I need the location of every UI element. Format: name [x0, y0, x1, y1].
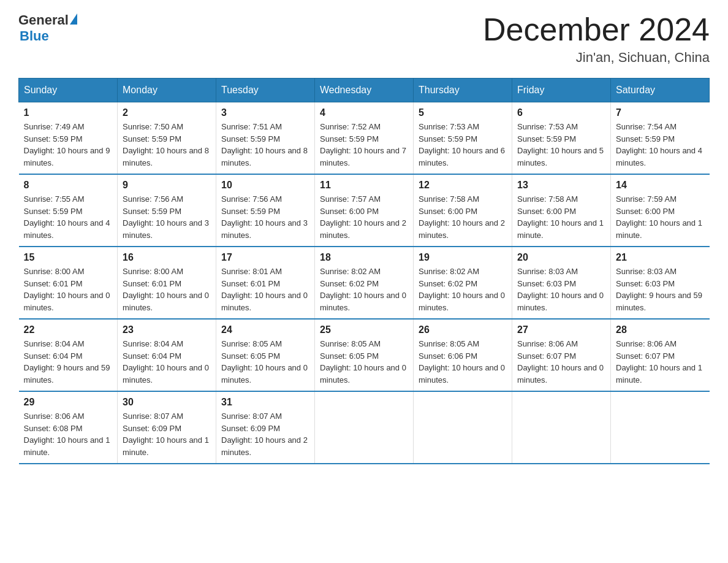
- day-number: 30: [123, 397, 211, 408]
- day-info: Sunrise: 8:03 AMSunset: 6:03 PMDaylight:…: [517, 267, 604, 312]
- calendar-cell: 15 Sunrise: 8:00 AMSunset: 6:01 PMDaylig…: [19, 247, 118, 319]
- calendar-cell: 17 Sunrise: 8:01 AMSunset: 6:01 PMDaylig…: [216, 247, 315, 319]
- calendar-header-row: SundayMondayTuesdayWednesdayThursdayFrid…: [19, 79, 710, 102]
- day-info: Sunrise: 8:07 AMSunset: 6:09 PMDaylight:…: [123, 412, 209, 457]
- calendar-week-row: 29 Sunrise: 8:06 AMSunset: 6:08 PMDaylig…: [19, 391, 710, 464]
- day-number: 31: [221, 397, 309, 408]
- calendar-cell: 5 Sunrise: 7:53 AMSunset: 5:59 PMDayligh…: [414, 102, 512, 175]
- day-number: 5: [419, 107, 507, 118]
- calendar-cell: 6 Sunrise: 7:53 AMSunset: 5:59 PMDayligh…: [512, 102, 611, 175]
- day-info: Sunrise: 7:58 AMSunset: 6:00 PMDaylight:…: [419, 194, 505, 240]
- calendar-cell: 26 Sunrise: 8:05 AMSunset: 6:06 PMDaylig…: [414, 319, 512, 391]
- day-number: 20: [517, 252, 605, 263]
- calendar-cell: 31 Sunrise: 8:07 AMSunset: 6:09 PMDaylig…: [216, 391, 315, 464]
- day-info: Sunrise: 8:00 AMSunset: 6:01 PMDaylight:…: [24, 267, 110, 312]
- day-number: 1: [24, 107, 113, 118]
- logo-triangle-icon: [70, 13, 77, 25]
- day-info: Sunrise: 8:05 AMSunset: 6:06 PMDaylight:…: [419, 339, 505, 385]
- day-info: Sunrise: 7:52 AMSunset: 5:59 PMDaylight:…: [320, 122, 406, 167]
- calendar-cell: 29 Sunrise: 8:06 AMSunset: 6:08 PMDaylig…: [19, 391, 118, 464]
- day-info: Sunrise: 7:50 AMSunset: 5:59 PMDaylight:…: [123, 122, 209, 167]
- header-monday: Monday: [118, 79, 216, 102]
- day-number: 23: [123, 324, 211, 335]
- calendar-cell: 21 Sunrise: 8:03 AMSunset: 6:03 PMDaylig…: [611, 247, 710, 319]
- day-info: Sunrise: 7:57 AMSunset: 6:00 PMDaylight:…: [320, 194, 406, 240]
- header-wednesday: Wednesday: [315, 79, 414, 102]
- calendar-cell: 24 Sunrise: 8:05 AMSunset: 6:05 PMDaylig…: [216, 319, 315, 391]
- day-info: Sunrise: 8:06 AMSunset: 6:07 PMDaylight:…: [616, 339, 702, 385]
- day-info: Sunrise: 7:55 AMSunset: 5:59 PMDaylight:…: [24, 194, 110, 240]
- calendar-cell: [315, 391, 414, 464]
- day-info: Sunrise: 8:03 AMSunset: 6:03 PMDaylight:…: [616, 267, 702, 312]
- day-number: 12: [419, 180, 507, 191]
- day-info: Sunrise: 8:04 AMSunset: 6:04 PMDaylight:…: [123, 339, 209, 385]
- header-sunday: Sunday: [19, 79, 118, 102]
- calendar-week-row: 22 Sunrise: 8:04 AMSunset: 6:04 PMDaylig…: [19, 319, 710, 391]
- calendar-cell: 1 Sunrise: 7:49 AMSunset: 5:59 PMDayligh…: [19, 102, 118, 175]
- calendar-cell: 18 Sunrise: 8:02 AMSunset: 6:02 PMDaylig…: [315, 247, 414, 319]
- day-info: Sunrise: 8:02 AMSunset: 6:02 PMDaylight:…: [320, 267, 406, 312]
- calendar-week-row: 15 Sunrise: 8:00 AMSunset: 6:01 PMDaylig…: [19, 247, 710, 319]
- calendar-cell: 12 Sunrise: 7:58 AMSunset: 6:00 PMDaylig…: [414, 174, 512, 247]
- day-number: 28: [616, 324, 705, 335]
- calendar-cell: 19 Sunrise: 8:02 AMSunset: 6:02 PMDaylig…: [414, 247, 512, 319]
- calendar-week-row: 8 Sunrise: 7:55 AMSunset: 5:59 PMDayligh…: [19, 174, 710, 247]
- day-number: 25: [320, 324, 408, 335]
- day-number: 3: [221, 107, 309, 118]
- day-number: 2: [123, 107, 211, 118]
- calendar-cell: 10 Sunrise: 7:56 AMSunset: 5:59 PMDaylig…: [216, 174, 315, 247]
- day-number: 8: [24, 180, 113, 191]
- day-info: Sunrise: 7:56 AMSunset: 5:59 PMDaylight:…: [221, 194, 308, 240]
- calendar-cell: 28 Sunrise: 8:06 AMSunset: 6:07 PMDaylig…: [611, 319, 710, 391]
- logo-blue-text: Blue: [20, 28, 49, 44]
- day-number: 9: [123, 180, 211, 191]
- calendar-cell: [414, 391, 512, 464]
- calendar-cell: 13 Sunrise: 7:58 AMSunset: 6:00 PMDaylig…: [512, 174, 611, 247]
- day-number: 14: [616, 180, 705, 191]
- calendar-cell: 14 Sunrise: 7:59 AMSunset: 6:00 PMDaylig…: [611, 174, 710, 247]
- calendar-cell: 30 Sunrise: 8:07 AMSunset: 6:09 PMDaylig…: [118, 391, 216, 464]
- header-friday: Friday: [512, 79, 611, 102]
- header-saturday: Saturday: [611, 79, 710, 102]
- day-number: 18: [320, 252, 408, 263]
- day-number: 22: [24, 324, 113, 335]
- day-number: 26: [419, 324, 507, 335]
- day-info: Sunrise: 8:04 AMSunset: 6:04 PMDaylight:…: [24, 339, 110, 385]
- month-title: December 2024: [483, 12, 710, 47]
- calendar-cell: 20 Sunrise: 8:03 AMSunset: 6:03 PMDaylig…: [512, 247, 611, 319]
- day-info: Sunrise: 8:05 AMSunset: 6:05 PMDaylight:…: [320, 339, 406, 385]
- calendar-cell: [611, 391, 710, 464]
- logo: General Blue: [18, 12, 77, 44]
- logo-container: General Blue: [18, 12, 77, 44]
- day-info: Sunrise: 8:02 AMSunset: 6:02 PMDaylight:…: [419, 267, 505, 312]
- day-number: 19: [419, 252, 507, 263]
- calendar-cell: 9 Sunrise: 7:56 AMSunset: 5:59 PMDayligh…: [118, 174, 216, 247]
- day-info: Sunrise: 8:06 AMSunset: 6:07 PMDaylight:…: [517, 339, 604, 385]
- day-number: 29: [24, 397, 113, 408]
- day-info: Sunrise: 8:05 AMSunset: 6:05 PMDaylight:…: [221, 339, 308, 385]
- calendar-cell: [512, 391, 611, 464]
- day-number: 10: [221, 180, 309, 191]
- day-number: 16: [123, 252, 211, 263]
- title-block: December 2024 Jin'an, Sichuan, China: [483, 12, 710, 66]
- calendar-cell: 3 Sunrise: 7:51 AMSunset: 5:59 PMDayligh…: [216, 102, 315, 175]
- calendar-cell: 8 Sunrise: 7:55 AMSunset: 5:59 PMDayligh…: [19, 174, 118, 247]
- header-thursday: Thursday: [414, 79, 512, 102]
- calendar-cell: 2 Sunrise: 7:50 AMSunset: 5:59 PMDayligh…: [118, 102, 216, 175]
- calendar-cell: 11 Sunrise: 7:57 AMSunset: 6:00 PMDaylig…: [315, 174, 414, 247]
- calendar-table: SundayMondayTuesdayWednesdayThursdayFrid…: [18, 78, 710, 464]
- day-info: Sunrise: 7:59 AMSunset: 6:00 PMDaylight:…: [616, 194, 702, 240]
- logo-top-row: General: [18, 12, 77, 28]
- day-number: 17: [221, 252, 309, 263]
- day-info: Sunrise: 8:01 AMSunset: 6:01 PMDaylight:…: [221, 267, 308, 312]
- calendar-cell: 7 Sunrise: 7:54 AMSunset: 5:59 PMDayligh…: [611, 102, 710, 175]
- day-number: 7: [616, 107, 705, 118]
- calendar-cell: 23 Sunrise: 8:04 AMSunset: 6:04 PMDaylig…: [118, 319, 216, 391]
- day-info: Sunrise: 8:06 AMSunset: 6:08 PMDaylight:…: [24, 412, 110, 457]
- day-info: Sunrise: 7:54 AMSunset: 5:59 PMDaylight:…: [616, 122, 702, 167]
- day-number: 27: [517, 324, 605, 335]
- day-info: Sunrise: 7:58 AMSunset: 6:00 PMDaylight:…: [517, 194, 604, 240]
- day-info: Sunrise: 7:53 AMSunset: 5:59 PMDaylight:…: [419, 122, 505, 167]
- calendar-cell: 16 Sunrise: 8:00 AMSunset: 6:01 PMDaylig…: [118, 247, 216, 319]
- calendar-week-row: 1 Sunrise: 7:49 AMSunset: 5:59 PMDayligh…: [19, 102, 710, 175]
